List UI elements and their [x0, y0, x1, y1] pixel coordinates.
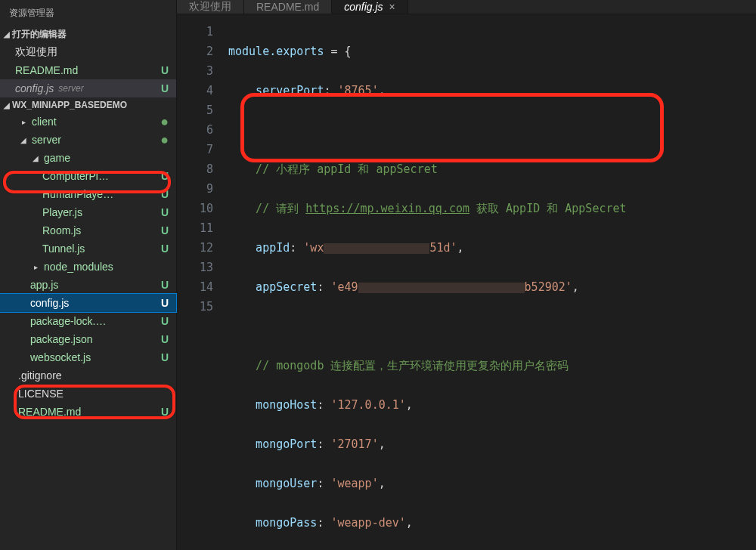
tree-file[interactable]: websocket.js U	[0, 348, 176, 366]
chevron-right-icon: ▸	[30, 263, 41, 271]
open-editor-item-config[interactable]: config.js server U	[0, 79, 176, 97]
redacted-text	[358, 283, 525, 293]
open-editors-header[interactable]: ◢ 打开的编辑器	[0, 26, 176, 43]
line-number: 4	[177, 81, 213, 100]
chevron-down-icon: ◢	[18, 136, 29, 144]
modified-dot-icon: ●	[160, 117, 169, 126]
tree-file-gitignore[interactable]: .gitignore	[0, 366, 176, 385]
line-number: 9	[177, 179, 213, 199]
tree-file[interactable]: package-lock.… U	[0, 312, 176, 330]
sidebar-title: 资源管理器	[0, 0, 176, 26]
tree-file[interactable]: Tunnel.js U	[0, 239, 176, 258]
redacted-text	[324, 243, 429, 254]
editor-area: 欢迎使用 README.md config.js × 1 2 3 4 5 6 7…	[177, 0, 756, 550]
open-editor-item-welcome[interactable]: 欢迎使用	[0, 43, 176, 61]
tab-bar: 欢迎使用 README.md config.js ×	[177, 0, 756, 14]
line-number: 3	[177, 61, 213, 81]
code-editor[interactable]: 1 2 3 4 5 6 7 8 9 10 11 12 13 14 15 modu…	[177, 14, 756, 550]
line-number: 14	[177, 277, 213, 297]
line-number: 5	[177, 100, 213, 120]
tree-folder-game[interactable]: ◢ game	[0, 149, 176, 167]
line-number: 6	[177, 120, 213, 140]
line-number: 12	[177, 238, 213, 258]
line-number: 11	[177, 218, 213, 238]
line-number: 7	[177, 140, 213, 159]
chevron-down-icon: ◢	[2, 30, 12, 39]
tree-file[interactable]: package.json U	[0, 330, 176, 348]
tab-config[interactable]: config.js ×	[332, 0, 408, 14]
chevron-right-icon: ▸	[18, 118, 29, 126]
close-icon[interactable]: ×	[389, 1, 395, 13]
tree-file-config[interactable]: config.js U	[0, 294, 176, 312]
modified-dot-icon: ●	[160, 135, 169, 144]
tree-file[interactable]: app.js U	[0, 276, 176, 294]
tree-file[interactable]: HumanPlaye… U	[0, 185, 176, 203]
open-editor-item-readme[interactable]: README.md U	[0, 61, 176, 79]
line-number: 13	[177, 258, 213, 277]
tree-file-readme[interactable]: README.md U	[0, 403, 176, 421]
tree-folder-client[interactable]: ▸ client ●	[0, 113, 176, 131]
tab-readme[interactable]: README.md	[244, 0, 332, 14]
line-number: 1	[177, 22, 213, 42]
tab-welcome[interactable]: 欢迎使用	[177, 0, 244, 14]
sidebar: 资源管理器 ◢ 打开的编辑器 欢迎使用 README.md U config.j…	[0, 0, 177, 550]
open-editors-label: 打开的编辑器	[12, 28, 67, 41]
chevron-down-icon: ◢	[30, 154, 41, 162]
tree-file[interactable]: ComputerPl… U	[0, 167, 176, 185]
line-number: 8	[177, 159, 213, 179]
code-content[interactable]: module.exports = { serverPort: '8765', /…	[222, 14, 756, 550]
project-header[interactable]: ◢ WX_MINIAPP_BASEDEMO	[0, 97, 176, 113]
line-number: 15	[177, 297, 213, 317]
tree-folder-server[interactable]: ◢ server ●	[0, 131, 176, 149]
tree-folder-node-modules[interactable]: ▸ node_modules	[0, 258, 176, 276]
line-number: 10	[177, 199, 213, 218]
tree-file-license[interactable]: LICENSE	[0, 385, 176, 403]
tree-file[interactable]: Room.js U	[0, 221, 176, 239]
project-label: WX_MINIAPP_BASEDEMO	[12, 100, 127, 110]
line-number: 2	[177, 42, 213, 61]
tree-file[interactable]: Player.js U	[0, 203, 176, 221]
line-gutter: 1 2 3 4 5 6 7 8 9 10 11 12 13 14 15	[177, 14, 222, 550]
chevron-down-icon: ◢	[2, 101, 12, 110]
